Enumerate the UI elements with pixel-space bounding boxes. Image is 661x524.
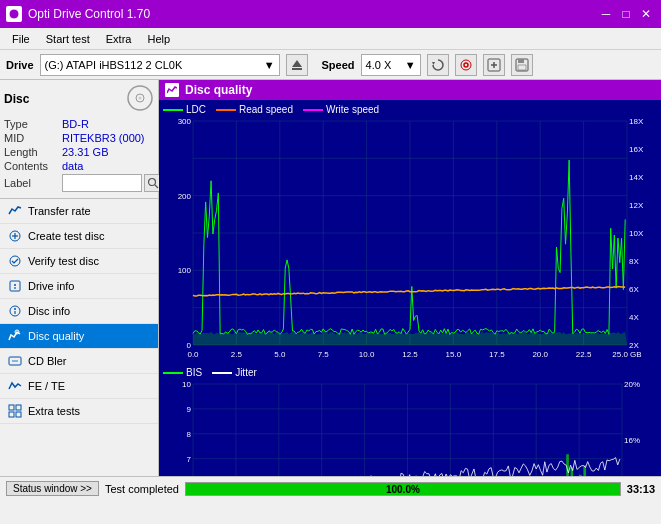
svg-rect-10: [518, 59, 524, 63]
transfer-rate-icon: [8, 204, 22, 218]
sidebar-item-transfer-rate[interactable]: Transfer rate: [0, 199, 158, 224]
sidebar-item-cd-bler[interactable]: CD Bler: [0, 349, 158, 374]
disc-title: Disc: [4, 92, 29, 106]
window-controls: ─ □ ✕: [597, 5, 655, 23]
nav-disc-quality-label: Disc quality: [28, 330, 84, 342]
sidebar-item-extra-tests[interactable]: Extra tests: [0, 399, 158, 424]
minimize-button[interactable]: ─: [597, 5, 615, 23]
svg-marker-1: [292, 60, 302, 67]
status-text: Test completed: [105, 483, 179, 495]
nav-drive-info-label: Drive info: [28, 280, 74, 292]
fe-te-icon: [8, 379, 22, 393]
bis-legend-color: [163, 372, 183, 374]
svg-point-15: [149, 179, 156, 186]
disc-length-label: Length: [4, 146, 62, 158]
write-speed-legend-item: Write speed: [303, 104, 379, 115]
ldc-legend-label: LDC: [186, 104, 206, 115]
sidebar-item-disc-info[interactable]: Disc info: [0, 299, 158, 324]
drive-value: (G:) ATAPI iHBS112 2 CL0K: [45, 59, 264, 71]
bis-legend-label: BIS: [186, 367, 202, 378]
chart-area: LDC Read speed Write speed: [159, 100, 661, 476]
sidebar-nav: Transfer rate Create test disc Verify te…: [0, 199, 158, 476]
read-legend-label: Read speed: [239, 104, 293, 115]
svg-rect-30: [9, 405, 14, 410]
disc-type-row: Type BD-R: [4, 118, 154, 130]
bottom-chart-canvas: [163, 380, 657, 476]
nav-transfer-rate-label: Transfer rate: [28, 205, 91, 217]
disc-label-row: Label: [4, 174, 154, 192]
svg-point-22: [14, 284, 16, 286]
svg-rect-11: [518, 65, 526, 70]
nav-verify-label: Verify test disc: [28, 255, 99, 267]
titlebar-left: Opti Drive Control 1.70: [6, 6, 150, 22]
nav-fe-te-label: FE / TE: [28, 380, 65, 392]
drive-dropdown-icon: ▼: [264, 59, 275, 71]
sidebar-item-fe-te[interactable]: FE / TE: [0, 374, 158, 399]
disc-quality-header: Disc quality: [159, 80, 661, 100]
cd-bler-icon: [8, 354, 22, 368]
jitter-legend-color: [212, 372, 232, 374]
menu-start-test[interactable]: Start test: [38, 31, 98, 47]
sidebar: Disc Type BD-R MID RITEKBR3 (000) Length…: [0, 80, 159, 476]
disc-contents-row: Contents data: [4, 160, 154, 172]
refresh-button[interactable]: [427, 54, 449, 76]
settings-button[interactable]: [455, 54, 477, 76]
menu-extra[interactable]: Extra: [98, 31, 140, 47]
sidebar-item-create-test-disc[interactable]: Create test disc: [0, 224, 158, 249]
progress-bar-container: 100.0%: [185, 482, 621, 496]
speed-value: 4.0 X: [366, 59, 405, 71]
speed-label: Speed: [322, 59, 355, 71]
svg-rect-31: [16, 405, 21, 410]
app-title: Opti Drive Control 1.70: [28, 7, 150, 21]
status-time: 33:13: [627, 483, 655, 495]
top-chart-container: LDC Read speed Write speed: [163, 104, 657, 361]
menu-file[interactable]: File: [4, 31, 38, 47]
bottom-chart-container: BIS Jitter: [163, 367, 657, 476]
ldc-legend-color: [163, 109, 183, 111]
speed-dropdown-icon: ▼: [405, 59, 416, 71]
label-input-area: [62, 174, 162, 192]
content-area: Disc quality LDC Read speed Wri: [159, 80, 661, 476]
drive-label: Drive: [6, 59, 34, 71]
sidebar-item-disc-quality[interactable]: Disc quality: [0, 324, 158, 349]
svg-rect-32: [9, 412, 14, 417]
disc-length-row: Length 23.31 GB: [4, 146, 154, 158]
svg-point-4: [464, 63, 468, 67]
speed-select[interactable]: 4.0 X ▼: [361, 54, 421, 76]
label-input[interactable]: [62, 174, 142, 192]
menu-help[interactable]: Help: [139, 31, 178, 47]
status-window-button[interactable]: Status window >>: [6, 481, 99, 496]
disc-mid-label: MID: [4, 132, 62, 144]
disc-type-label: Type: [4, 118, 62, 130]
eject-button[interactable]: [286, 54, 308, 76]
titlebar: Opti Drive Control 1.70 ─ □ ✕: [0, 0, 661, 28]
drive-info-icon: [8, 279, 22, 293]
save-button[interactable]: [511, 54, 533, 76]
nav-extra-tests-label: Extra tests: [28, 405, 80, 417]
disc-length-value: 23.31 GB: [62, 146, 108, 158]
svg-point-0: [9, 9, 19, 19]
extra-tests-icon: [8, 404, 22, 418]
disc-mid-row: MID RITEKBR3 (000): [4, 132, 154, 144]
nav-create-test-label: Create test disc: [28, 230, 104, 242]
test-button[interactable]: [483, 54, 505, 76]
svg-marker-3: [432, 62, 435, 65]
sidebar-item-drive-info[interactable]: Drive info: [0, 274, 158, 299]
disc-section: Disc Type BD-R MID RITEKBR3 (000) Length…: [0, 80, 158, 199]
svg-rect-2: [292, 68, 302, 70]
close-button[interactable]: ✕: [637, 5, 655, 23]
drive-select[interactable]: (G:) ATAPI iHBS112 2 CL0K ▼: [40, 54, 280, 76]
disc-contents-value: data: [62, 160, 83, 172]
drivebar: Drive (G:) ATAPI iHBS112 2 CL0K ▼ Speed …: [0, 50, 661, 80]
jitter-legend-label: Jitter: [235, 367, 257, 378]
menubar: File Start test Extra Help: [0, 28, 661, 50]
sidebar-item-verify-test-disc[interactable]: Verify test disc: [0, 249, 158, 274]
bis-legend-item: BIS: [163, 367, 202, 378]
ldc-legend-item: LDC: [163, 104, 206, 115]
bottom-legend: BIS Jitter: [163, 367, 657, 378]
create-test-icon: [8, 229, 22, 243]
maximize-button[interactable]: □: [617, 5, 635, 23]
progress-text: 100.0%: [386, 483, 420, 494]
svg-point-25: [14, 308, 16, 310]
jitter-legend-item: Jitter: [212, 367, 257, 378]
